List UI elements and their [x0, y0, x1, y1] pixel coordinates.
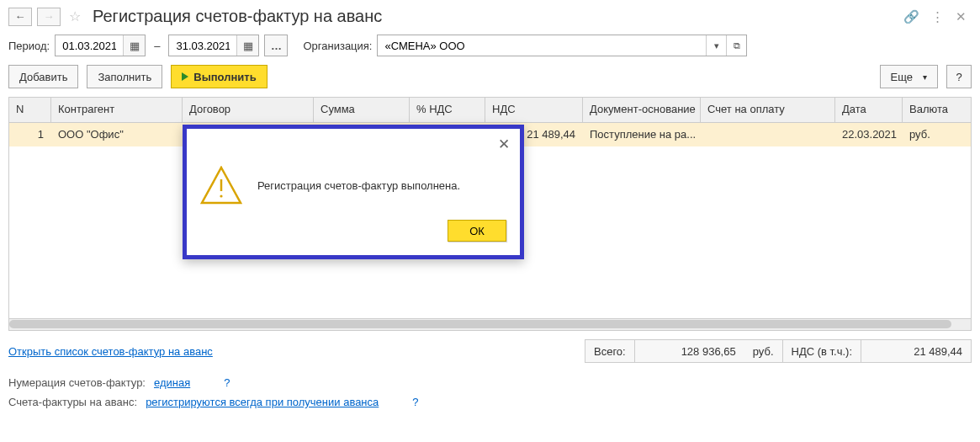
play-icon — [182, 72, 188, 81]
date-to-input[interactable] — [169, 35, 236, 56]
col-doc[interactable]: Документ-основание — [583, 98, 701, 122]
cell-date: 22.03.2021 — [835, 123, 903, 146]
horizontal-scrollbar[interactable] — [9, 318, 971, 330]
nav-forward-button[interactable]: → — [37, 8, 61, 26]
more-button[interactable]: Еще▾ — [880, 65, 938, 88]
calendar-icon[interactable]: ▦ — [236, 35, 258, 56]
org-label: Организация: — [303, 40, 372, 52]
help-icon[interactable]: ? — [224, 376, 230, 389]
svg-point-2 — [220, 194, 222, 197]
ok-button[interactable]: ОК — [448, 220, 506, 242]
date-from-field[interactable]: ▦ — [55, 35, 146, 56]
help-icon[interactable]: ? — [412, 396, 418, 408]
fill-button[interactable]: Заполнить — [87, 65, 162, 88]
total-value: 128 936,65 — [635, 340, 744, 362]
help-button[interactable]: ? — [946, 65, 972, 88]
run-button[interactable]: Выполнить — [171, 65, 267, 88]
add-button[interactable]: Добавить — [8, 65, 78, 88]
col-nds[interactable]: НДС — [485, 98, 583, 122]
nds-value: 21 489,44 — [861, 340, 971, 362]
col-dogovor[interactable]: Договор — [183, 98, 314, 122]
page-title: Регистрация счетов-фактур на аванс — [93, 7, 898, 26]
col-summa[interactable]: Сумма — [314, 98, 410, 122]
warning-icon — [200, 166, 242, 205]
dash: – — [151, 40, 163, 52]
link-icon[interactable]: 🔗 — [903, 9, 919, 24]
org-input[interactable] — [378, 35, 706, 56]
col-schet[interactable]: Счет на оплату — [701, 98, 835, 122]
close-icon[interactable]: ✕ — [498, 136, 510, 153]
nav-back-button[interactable]: ← — [8, 8, 32, 26]
col-kontragent[interactable]: Контрагент — [51, 98, 183, 122]
dialog-message: Регистрация счетов-фактур выполнена. — [257, 179, 460, 192]
close-window-icon[interactable]: ✕ — [956, 9, 967, 24]
open-ref-icon[interactable]: ⧉ — [726, 35, 746, 56]
period-label: Период: — [8, 40, 50, 52]
cell-schet — [701, 123, 835, 146]
date-to-field[interactable]: ▦ — [168, 35, 259, 56]
date-from-input[interactable] — [56, 35, 123, 56]
cell-valuta: руб. — [903, 123, 961, 146]
col-valuta[interactable]: Валюта — [903, 98, 961, 122]
kebab-menu-icon[interactable]: ⋮ — [931, 9, 944, 24]
totals-box: Всего: 128 936,65 руб. НДС (в т.ч.): 21 … — [585, 339, 972, 363]
confirmation-dialog: ✕ Регистрация счетов-фактур выполнена. О… — [183, 125, 524, 259]
total-currency: руб. — [744, 340, 783, 362]
calendar-icon[interactable]: ▦ — [123, 35, 145, 56]
period-picker-button[interactable]: … — [264, 35, 288, 56]
col-pnds[interactable]: % НДС — [410, 98, 485, 122]
total-label: Всего: — [585, 340, 635, 362]
nds-label: НДС (в т.ч.): — [783, 340, 862, 362]
col-n[interactable]: N — [9, 98, 51, 122]
col-date[interactable]: Дата — [835, 98, 903, 122]
numbering-label: Нумерация счетов-фактур: — [8, 376, 146, 389]
cell-doc: Поступление на ра... — [583, 123, 701, 146]
favorite-star-icon[interactable]: ☆ — [66, 8, 84, 24]
cell-kontragent: ООО "Офис" — [51, 123, 183, 146]
org-field[interactable]: ▾ ⧉ — [377, 35, 747, 56]
open-invoice-list-link[interactable]: Открыть список счетов-фактур на аванс — [8, 345, 213, 358]
numbering-link[interactable]: единая — [154, 376, 190, 389]
sf-label: Счета-фактуры на аванс: — [8, 396, 137, 408]
dropdown-icon[interactable]: ▾ — [706, 35, 726, 56]
sf-link[interactable]: регистрируются всегда при получении аван… — [146, 396, 379, 408]
cell-n: 1 — [9, 123, 51, 146]
